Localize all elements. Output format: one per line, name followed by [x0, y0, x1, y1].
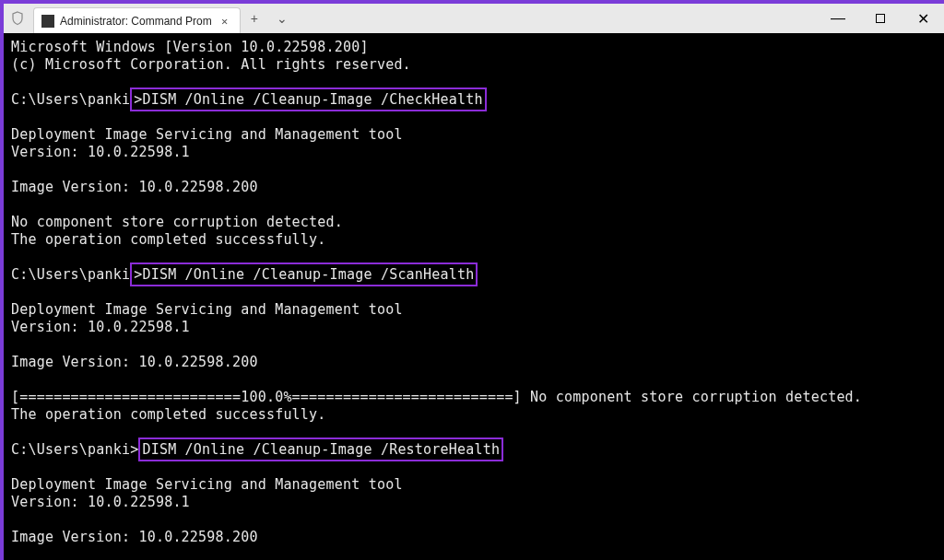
result-no-corruption: No component store corruption detected. — [11, 214, 343, 230]
shield-icon — [4, 4, 31, 33]
command-restorehealth: DISM /Online /Cleanup-Image /RestoreHeal… — [138, 438, 503, 461]
image-version: Image Version: 10.0.22598.200 — [11, 529, 258, 545]
close-window-button[interactable]: ✕ — [902, 4, 944, 33]
prompt-path: C:\Users\panki> — [11, 441, 138, 458]
dism-header: Deployment Image Servicing and Managemen… — [11, 126, 403, 143]
svg-rect-0 — [877, 15, 885, 23]
command-checkhealth: >DISM /Online /Cleanup-Image /CheckHealt… — [130, 88, 486, 111]
tab-title: Administrator: Command Prom — [60, 15, 212, 28]
prompt-path: C:\Users\panki — [11, 91, 130, 108]
progress-bar: [==========================100.0%=======… — [11, 389, 530, 405]
minimize-button[interactable]: — — [817, 4, 859, 33]
result-complete: The operation completed successfully. — [11, 231, 326, 248]
copyright-line: (c) Microsoft Corporation. All rights re… — [11, 56, 411, 73]
dism-version: Version: 10.0.22598.1 — [11, 494, 190, 510]
dism-header: Deployment Image Servicing and Managemen… — [11, 476, 403, 493]
dism-version: Version: 10.0.22598.1 — [11, 319, 190, 335]
prompt-path: C:\Users\panki — [11, 266, 130, 283]
dism-version: Version: 10.0.22598.1 — [11, 144, 190, 160]
close-tab-button[interactable]: ✕ — [218, 14, 232, 29]
window-controls: — ✕ — [817, 4, 944, 33]
tab-menu-button[interactable]: ⌄ — [268, 5, 296, 32]
new-tab-button[interactable]: + — [241, 5, 268, 32]
titlebar: Administrator: Command Prom ✕ + ⌄ — ✕ — [4, 4, 944, 33]
command-scanhealth: >DISM /Online /Cleanup-Image /ScanHealth — [130, 262, 478, 286]
maximize-button[interactable] — [859, 4, 902, 33]
cmd-icon — [41, 15, 54, 28]
image-version: Image Version: 10.0.22598.200 — [11, 179, 258, 195]
image-version: Image Version: 10.0.22598.200 — [11, 354, 258, 370]
scan-result: No component store corruption detected. — [530, 389, 862, 405]
os-version-line: Microsoft Windows [Version 10.0.22598.20… — [11, 39, 369, 55]
terminal-content[interactable]: Microsoft Windows [Version 10.0.22598.20… — [4, 33, 944, 560]
result-complete: The operation completed successfully. — [11, 406, 326, 423]
active-tab[interactable]: Administrator: Command Prom ✕ — [33, 7, 241, 33]
dism-header: Deployment Image Servicing and Managemen… — [11, 301, 403, 318]
